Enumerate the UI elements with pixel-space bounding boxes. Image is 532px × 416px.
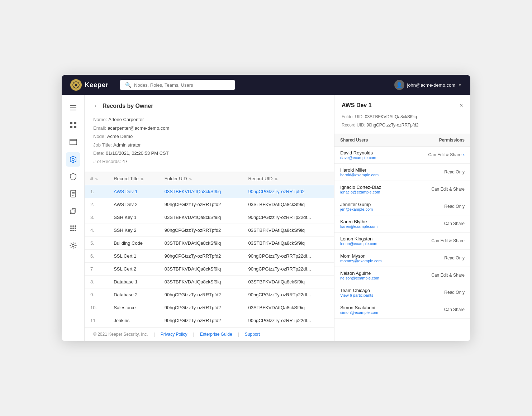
sidebar-item-records[interactable] — [66, 152, 80, 167]
shared-user-row[interactable]: Harold Miller harold@example.com Read On… — [334, 164, 470, 181]
col-record-uid[interactable]: Record UID ⇅ — [242, 172, 334, 185]
row-record-uid: 90hgCPGtzzTy-ozRRTp22df... — [242, 211, 334, 224]
table-row[interactable]: 11 Jenkins 90hgCPGtzzTy-ozRRTpfd2 90hgCP… — [85, 314, 334, 327]
job-title-label: Job Title: — [93, 142, 112, 148]
avatar: 👤 — [394, 80, 404, 90]
user-info[interactable]: 👤 john@acme-demo.com ▼ — [394, 80, 462, 90]
shared-user-name: Team Chicago — [340, 288, 373, 293]
col-title[interactable]: Record Title ⇅ — [108, 172, 159, 185]
sidebar-item-reports[interactable] — [66, 187, 80, 201]
app-header: Keeper 🔍 👤 john@acme-demo.com ▼ — [62, 75, 470, 95]
shared-user-row[interactable]: Nelson Aguirre nelson@example.com Can Ed… — [334, 267, 470, 284]
shared-user-info: Karen Blythe karen@example.com — [340, 219, 377, 229]
app-body: ← Records by Owner Name:Arlene Carpenter… — [62, 95, 470, 341]
record-detail-panel: AWS Dev 1 × Folder UID: 03STBFKVDAtIQa8c… — [334, 95, 470, 341]
table-row[interactable]: 8. Database 1 03STBFKVDAtIQa8ckSf9iq 03S… — [85, 275, 334, 288]
permission-label: Can Share — [444, 221, 465, 226]
shared-user-name: Simon Scalabrini — [340, 305, 378, 310]
logo-text: Keeper — [85, 81, 109, 89]
sidebar-item-apps[interactable] — [66, 221, 80, 235]
shared-user-row[interactable]: Karen Blythe karen@example.com Can Share — [334, 215, 470, 233]
row-folder-uid: 03STBFKVDAtIQa8ckSf9iq — [159, 236, 243, 249]
table-row[interactable]: 5. Building Code 03STBFKVDAtIQa8ckSf9iq … — [85, 236, 334, 249]
row-folder-uid: 90hgCPGtzzTy-ozRRTpfd2 — [159, 198, 243, 211]
shared-user-row[interactable]: David Reynolds dave@example.com Can Edit… — [334, 147, 470, 164]
shared-user-name: Karen Blythe — [340, 219, 377, 224]
close-button[interactable]: × — [459, 102, 463, 109]
row-record-uid: 03STBFKVDAtIQa8ckSf9iq — [242, 275, 334, 288]
table-row[interactable]: 1. AWS Dev 1 03STBFKVDAtIQa8ckSf9iq 90hg… — [85, 185, 334, 198]
shared-user-row[interactable]: Jennifer Gump jen@example.com Read Only — [334, 198, 470, 215]
search-bar[interactable]: 🔍 — [120, 80, 235, 90]
sidebar-item-grid[interactable] — [66, 118, 80, 132]
table-row[interactable]: 3. SSH Key 1 03STBFKVDAtIQa8ckSf9iq 90hg… — [85, 211, 334, 224]
panel-title-row: AWS Dev 1 × — [342, 102, 463, 109]
permission-label: Can Edit & Share › — [428, 152, 465, 158]
shared-user-row[interactable]: Team Chicago View 6 participants Read On… — [334, 284, 470, 301]
col-folder-uid[interactable]: Folder UID ⇅ — [159, 172, 243, 185]
records-value: 47 — [122, 159, 127, 164]
table-row[interactable]: 2. AWS Dev 2 90hgCPGtzzTy-ozRRTpfd2 03ST… — [85, 198, 334, 211]
shared-user-row[interactable]: Lenon Kingston lenon@example.com Can Edi… — [334, 233, 470, 250]
row-record-uid: 90hgCPGtzzTy-ozRRTp22df... — [242, 262, 334, 275]
row-num: 1. — [85, 185, 108, 198]
shared-user-email: mommy@example.com — [340, 259, 382, 263]
shared-user-info: Team Chicago View 6 participants — [340, 288, 373, 297]
sidebar-item-menu[interactable] — [66, 101, 80, 115]
permission-label: Can Edit & Share — [431, 238, 465, 243]
row-title: AWS Dev 2 — [108, 198, 159, 211]
search-input[interactable] — [134, 82, 230, 88]
shared-user-info: Harold Miller harold@example.com — [340, 167, 379, 177]
back-button[interactable]: ← — [93, 102, 100, 110]
sidebar-item-transfer[interactable] — [66, 204, 80, 218]
shared-users-col-label: Shared Users — [340, 138, 439, 143]
shared-user-email: karen@example.com — [340, 224, 377, 229]
shared-user-name: Mom Myson — [340, 253, 382, 259]
row-title: SSL Cert 1 — [108, 249, 159, 262]
support-link[interactable]: Support — [245, 332, 260, 337]
col-num[interactable]: # ⇅ — [85, 172, 108, 185]
row-title: SSH Key 1 — [108, 211, 159, 224]
shared-user-email[interactable]: View 6 participants — [340, 293, 373, 297]
privacy-policy-link[interactable]: Privacy Policy — [161, 332, 187, 337]
row-num: 6. — [85, 249, 108, 262]
shared-user-row[interactable]: Mom Myson mommy@example.com Read Only — [334, 250, 470, 267]
shared-user-email: simon@example.com — [340, 310, 378, 315]
records-table-area: # ⇅ Record Title ⇅ Folder UID ⇅ Record U… — [85, 172, 334, 327]
shared-user-row[interactable]: Ignacio Cortez-Diaz ignacio@example.com … — [334, 181, 470, 198]
sidebar-item-security[interactable] — [66, 169, 80, 184]
table-row[interactable]: 4. SSH Key 2 90hgCPGtzzTy-ozRRTpfd2 03ST… — [85, 224, 334, 236]
date-label: Date: — [93, 150, 104, 156]
record-uid-label: Record UID: — [342, 123, 365, 128]
row-title[interactable]: AWS Dev 1 — [108, 185, 159, 198]
app-window: Keeper 🔍 👤 john@acme-demo.com ▼ — [62, 75, 470, 341]
shared-user-info: David Reynolds dave@example.com — [340, 150, 376, 160]
row-folder-uid: 90hgCPGtzzTy-ozRRTpfd2 — [159, 288, 243, 301]
enterprise-guide-link[interactable]: Enterprise Guide — [200, 332, 232, 337]
sidebar-item-vault[interactable] — [66, 135, 80, 149]
row-folder-uid: 90hgCPGtzzTy-ozRRTpfd2 — [159, 249, 243, 262]
row-num: 5. — [85, 236, 108, 249]
shared-user-info: Ignacio Cortez-Diaz ignacio@example.com — [340, 185, 381, 194]
shared-user-row[interactable]: Simon Scalabrini simon@example.com Can S… — [334, 301, 470, 319]
logo-icon — [70, 79, 82, 91]
sidebar-item-settings[interactable] — [66, 238, 80, 253]
table-row[interactable]: 7 SSL Cert 2 03STBFKVDAtIQa8ckSf9iq 90hg… — [85, 262, 334, 275]
table-row[interactable]: 9. Database 2 90hgCPGtzzTy-ozRRTpfd2 90h… — [85, 288, 334, 301]
table-row[interactable]: 6. SSL Cert 1 90hgCPGtzzTy-ozRRTpfd2 90h… — [85, 249, 334, 262]
permissions-col-label: Permissions — [439, 138, 465, 143]
email-label: Email: — [93, 125, 106, 131]
svg-point-10 — [72, 158, 74, 161]
shared-user-name: David Reynolds — [340, 150, 376, 156]
row-record-uid: 03STBFKVDAtIQa8ckSf9iq — [242, 224, 334, 236]
shared-user-name: Harold Miller — [340, 167, 379, 173]
table-row[interactable]: 10. Salesforce 90hgCPGtzzTy-ozRRTpfd2 03… — [85, 301, 334, 314]
svg-rect-4 — [70, 122, 72, 124]
row-title: Database 2 — [108, 288, 159, 301]
row-num: 9. — [85, 288, 108, 301]
svg-point-16 — [70, 225, 72, 227]
row-record-uid: 03STBFKVDAtIQa8ckSf9iq — [242, 198, 334, 211]
row-num: 8. — [85, 275, 108, 288]
permission-arrow[interactable]: › — [463, 152, 465, 158]
row-record-uid: 90hgCPGtzzTy-ozRRTp22df... — [242, 288, 334, 301]
